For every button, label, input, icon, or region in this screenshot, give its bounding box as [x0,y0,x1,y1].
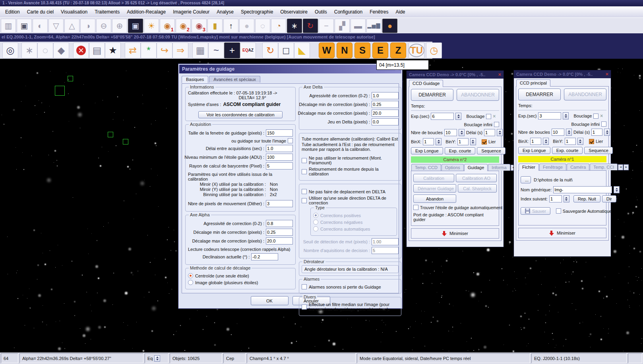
binx-input[interactable] [530,138,541,145]
abort-button[interactable]: ABANDONNER [457,89,499,101]
principal-tab-fen-trage[interactable]: Fenêtrage [539,164,566,170]
loop-count-input[interactable] [552,129,564,136]
barycenter-radius-input[interactable] [266,162,293,169]
delay-input[interactable] [591,129,602,136]
start-button[interactable]: DEMARRER [518,89,561,100]
guide-star-marker[interactable] [55,86,65,96]
delay-stepper[interactable] [604,129,610,136]
dialog-tab-avanc-es-et-sp-ciaux[interactable]: Avancées et spéciaux [209,76,260,83]
menu-imagerie-couleur[interactable]: Imagerie Couleur [169,9,213,15]
loop-checkbox[interactable] [593,114,598,119]
loop-count-input[interactable] [444,129,457,136]
copper-wrench-icon[interactable]: ◔ [271,19,286,33]
zoom-in-icon[interactable]: ⊕ [112,19,127,33]
menu-addition-recalage[interactable]: Addition-Recalage [123,9,169,15]
camera-1-icon[interactable]: ◉1 [160,19,175,33]
west-button[interactable]: W [319,42,335,58]
dither-input[interactable] [266,200,293,207]
hand-icon[interactable]: ▞ [335,19,350,33]
decision-acquisitions-input[interactable] [372,247,399,254]
minimize-button[interactable]: Minimiser [518,228,606,238]
guide-window-size-input[interactable] [266,129,293,137]
north-button[interactable]: N [337,42,352,58]
dialog-tab-basiques[interactable]: Basiques [182,76,208,83]
magnifier-icon[interactable]: ◎ [2,42,18,58]
guidage-tab-guidage[interactable]: Guidage [464,164,488,171]
alpha-min-offset-input[interactable] [266,229,293,236]
long-exposure-button[interactable]: Exp Longue [518,147,550,154]
menu-analyse[interactable]: Analyse [213,9,237,15]
select-region-icon[interactable]: ◻ [278,42,294,58]
screen-icon[interactable]: ▣ [128,19,143,33]
next-index-stepper[interactable] [564,195,569,202]
delay-input[interactable] [484,129,495,136]
biny-input[interactable] [565,138,576,145]
sequence-button[interactable]: Sequence [584,147,613,154]
tu-button[interactable]: TU [409,42,424,58]
principal-tab-temp-cci[interactable]: Temp. CCI [590,164,618,170]
flag-up-icon[interactable]: △ [64,19,79,33]
info-icon[interactable]: ◐ [33,19,48,33]
save-button[interactable]: Sauver [521,207,550,215]
menu-traitements[interactable]: Traitements [91,9,123,15]
curve-icon[interactable]: ~ [208,42,224,58]
min-star-level-input[interactable] [266,154,293,161]
no-flip-checkbox[interactable] [302,158,307,163]
delta-max-offset-input[interactable] [372,110,399,117]
images-icon[interactable]: ▣ [17,19,32,33]
status-frame-select[interactable]: Eq [145,353,168,363]
single-delta-direction-checkbox[interactable] [302,198,307,203]
centroid-radio[interactable] [188,273,193,278]
full-image-guiding-checkbox[interactable] [288,138,293,143]
ccd-principal-titlebar[interactable]: Camera CCD Demo -> 0.0°C [0% , -5.. × [514,70,611,78]
alpha-aggressiveness-input[interactable] [266,220,293,227]
abort-icon[interactable]: × [73,42,89,58]
motion-threshold-input[interactable] [372,238,399,245]
short-exposure-button[interactable]: Exp. courte [552,147,583,154]
drop-icon[interactable]: ● [239,19,254,33]
link-bin-checkbox[interactable] [589,139,594,144]
current-declination-input[interactable] [251,253,278,260]
biny-stepper[interactable] [470,138,476,145]
close-icon[interactable]: × [498,71,501,79]
tab-ccd-guidage[interactable]: CCD Guidage [409,80,443,87]
binx-input[interactable] [423,138,434,145]
menu-configuration[interactable]: Configuration [331,9,366,15]
guide-star-marker[interactable] [68,76,73,81]
browse-folder-button[interactable]: ... [521,176,531,183]
tab-scroll-right-icon[interactable]: ▸ [624,164,629,170]
zenith-button[interactable]: Z [390,42,406,58]
long-exposure-button[interactable]: Exp Longue [411,147,443,154]
print-icon[interactable]: ▤ [89,42,105,58]
short-exposure-button[interactable]: Exp. courte [445,147,476,154]
abort-button[interactable]: ABANDONNER [564,89,606,100]
sun-gear-icon[interactable]: ☀ [144,19,159,33]
dir-button[interactable]: Dir [602,195,616,202]
no-delta-move-checkbox[interactable] [302,189,307,194]
camera-barrel-icon[interactable]: ▮ [207,19,223,33]
loop-checkbox[interactable] [486,114,491,119]
alpha-max-offset-input[interactable] [266,237,293,245]
status-frame-select-stepper[interactable] [154,355,160,362]
principal-tab-fichier[interactable]: Fichier [519,164,539,171]
generic-name-input[interactable] [553,186,612,193]
rotate-field-icon[interactable]: ↻ [262,42,278,58]
exposure-stepper[interactable] [455,113,461,120]
corrections-negatives-radio[interactable] [313,220,318,225]
principal-tab-cam-ra[interactable]: Caméra [567,164,589,170]
menu-outils[interactable]: Outils [311,9,331,15]
link-bin-checkbox[interactable] [482,139,487,144]
east-button[interactable]: E [372,42,388,58]
minimize-button[interactable]: Minimiser [411,228,499,239]
gears-icon[interactable]: ∗ [21,42,37,58]
dialog-titlebar[interactable]: Paramètres de guidage × [179,65,401,73]
cal-sharplock-button[interactable]: Cal. Sharplock [458,184,497,193]
starfield-icon[interactable]: ∗ [287,19,302,33]
menu-fen-tres[interactable]: Fenêtres [366,9,392,15]
binx-stepper[interactable] [436,138,442,145]
camera-3-icon[interactable]: ◉3 [192,19,207,33]
reload-icon[interactable]: ↻ [303,19,318,33]
gamepad-icon[interactable]: ◆ [53,42,69,58]
contrast-icon[interactable]: ◑ [80,19,95,33]
corrections-positives-radio[interactable] [313,213,318,218]
